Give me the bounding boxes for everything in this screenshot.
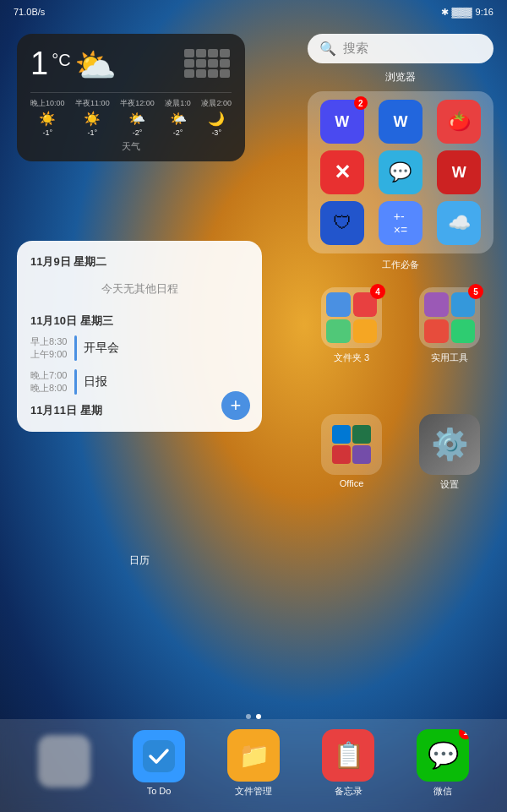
blurred-app-icon (38, 735, 90, 787)
notes-memo-icon: 📋 (333, 740, 364, 770)
forecast-time: 晚上10:00 (30, 98, 65, 109)
app-calc-container: +-×= (374, 201, 426, 245)
settings-gear-icon: ⚙️ (431, 427, 469, 462)
wechat-badge: 1 (459, 729, 469, 739)
dock-item-blurred[interactable] (38, 735, 90, 791)
forecast-temp: -1° (42, 128, 52, 137)
app-shield[interactable]: 🛡 (320, 201, 364, 245)
utility-tools-icon[interactable]: 5 (419, 287, 480, 348)
office-app-item: Office (308, 414, 395, 491)
settings-icon[interactable]: ⚙️ (419, 414, 480, 475)
app-calc[interactable]: +-×= (379, 201, 422, 245)
weather-forecast: 晚上10:00 ☀️ -1° 半夜11:00 ☀️ -1° 半夜12:00 🌤️… (30, 92, 232, 137)
event-start-0: 早上8:30 (30, 335, 68, 348)
weather-widget: 1 °C ⛅ 晚上10:00 ☀️ -1° 半夜11:00 ☀️ (17, 34, 245, 161)
forecast-temp: -1° (88, 128, 98, 137)
dock: To Do 📁 文件管理 📋 备忘录 💬 1 微信 (0, 719, 507, 812)
settings-app-item: ⚙️ 设置 (406, 414, 493, 491)
folders-section: 4 文件夹 3 5 实用工具 (308, 287, 493, 364)
dock-notes-label: 备忘录 (335, 785, 363, 798)
svg-rect-3 (352, 445, 371, 464)
app-x[interactable]: ✕ (320, 150, 364, 194)
svg-rect-0 (332, 425, 351, 444)
folder-3-icon[interactable]: 4 (321, 287, 382, 348)
forecast-icon: 🌙 (208, 111, 225, 127)
battery-indicator: ▓▓▓ (452, 7, 472, 17)
calc-icon: +-×= (394, 210, 407, 237)
weather-icon: ⛅ (74, 46, 117, 85)
app-wps[interactable]: W (437, 150, 481, 194)
shield-icon: 🛡 (333, 212, 352, 234)
dock-item-files[interactable]: 📁 文件管理 (227, 729, 280, 798)
grid-cell (196, 49, 206, 57)
folder-app-3 (326, 319, 351, 344)
folder-3-label: 文件夹 3 (334, 352, 369, 364)
calendar-add-button[interactable]: + (221, 391, 250, 420)
event-title-0: 开早会 (84, 335, 119, 361)
forecast-time: 凌晨1:0 (165, 98, 191, 109)
folder-app-5 (424, 292, 449, 317)
folder-app-1 (326, 292, 351, 317)
cloud-icon: ☁️ (448, 212, 471, 234)
folder-3-badge: 4 (370, 284, 385, 299)
dock-files-label: 文件管理 (235, 785, 272, 798)
search-icon: 🔍 (319, 41, 336, 57)
grid-cell (208, 49, 218, 57)
forecast-time: 半夜12:00 (120, 98, 155, 109)
forecast-item-3: 凌晨1:0 🌤️ -2° (165, 98, 191, 137)
app-welink1[interactable]: W 2 (320, 100, 364, 144)
status-right: ✱ ▓▓▓ 9:16 (441, 7, 493, 18)
dock-item-todo[interactable]: To Do (133, 730, 185, 796)
forecast-item-2: 半夜12:00 🌤️ -2° (120, 98, 155, 137)
app-welink1-container: W 2 (316, 100, 368, 144)
app-welink2[interactable]: W (379, 100, 422, 144)
folder-app-8 (451, 319, 476, 344)
cal-event-times-1: 晚上7:00 晚上8:00 (30, 369, 68, 395)
utility-tools-item: 5 实用工具 (406, 287, 493, 364)
signal-status: 71.0B/s (14, 7, 45, 17)
event-title-1: 日报 (84, 369, 107, 395)
settings-label: 设置 (440, 478, 459, 491)
event-end-0: 上午9:00 (30, 348, 68, 361)
welink2-label: W (393, 113, 407, 131)
calendar-label: 日历 (17, 553, 262, 568)
event-bar-1 (74, 369, 77, 395)
cal-event-times-0: 早上8:30 上午9:00 (30, 335, 68, 361)
bluetooth-icon: ✱ (441, 7, 449, 18)
notes-icon: 📋 (322, 729, 374, 782)
weather-label: 天气 (30, 140, 232, 153)
forecast-item-0: 晚上10:00 ☀️ -1° (30, 98, 65, 137)
utility-tools-label: 实用工具 (431, 352, 468, 364)
event-start-1: 晚上7:00 (30, 369, 68, 382)
folder-app-7 (424, 319, 449, 344)
forecast-icon: ☀️ (84, 111, 101, 127)
dock-wechat-label: 微信 (433, 785, 452, 798)
grid-cell (220, 59, 230, 68)
app-tomato[interactable]: 🍅 (437, 100, 481, 144)
tomato-icon: 🍅 (448, 111, 471, 133)
welink1-badge: 2 (354, 96, 368, 110)
app-shield-container: 🛡 (316, 201, 368, 245)
forecast-icon: ☀️ (39, 111, 56, 127)
dock-item-wechat[interactable]: 💬 1 微信 (417, 729, 469, 798)
app-cloud[interactable]: ☁️ (437, 201, 481, 245)
forecast-item-1: 半夜11:00 ☀️ -1° (75, 98, 110, 137)
app-chat[interactable]: 💬 (379, 150, 422, 194)
grid-cell (220, 49, 230, 57)
forecast-time: 半夜11:00 (75, 98, 110, 109)
cal-date2: 11月10日 星期三 (30, 313, 248, 329)
search-bar[interactable]: 🔍 搜索 (308, 34, 493, 63)
app-cloud-container: ☁️ (433, 201, 485, 245)
cal-event-1: 晚上7:00 晚上8:00 日报 (30, 369, 248, 395)
temp-unit: °C (52, 46, 70, 70)
status-bar: 71.0B/s ✱ ▓▓▓ 9:16 (0, 0, 507, 24)
svg-rect-2 (332, 445, 351, 464)
dock-todo-label: To Do (147, 786, 172, 796)
weather-main: 1 °C ⛅ (30, 46, 232, 85)
event-end-1: 晚上8:00 (30, 382, 68, 395)
files-icon: 📁 (227, 729, 280, 782)
office-folder-icon[interactable] (321, 414, 382, 475)
grid-cell (196, 69, 206, 78)
dock-item-notes[interactable]: 📋 备忘录 (322, 729, 374, 798)
calendar-widget: 11月9日 星期二 今天无其他日程 11月10日 星期三 早上8:30 上午9:… (17, 241, 262, 432)
